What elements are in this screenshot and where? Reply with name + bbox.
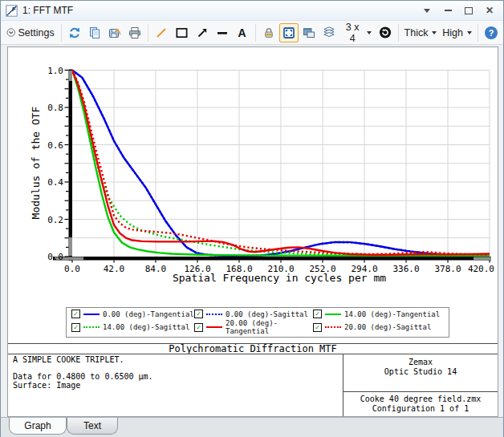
file-cell: Cooke 40 degree field.zmx Configuration … [343,395,498,413]
toolbar-separator [148,24,148,42]
legend-checkbox[interactable]: ✓ [313,323,322,332]
settings-button[interactable]: Settings [3,23,58,42]
rotate-icon [379,26,392,39]
thick-dropdown[interactable]: Thick [402,23,440,42]
brand-line: Optic Studio 14 [343,367,498,377]
minimize-icon [445,10,452,11]
fit-window-button[interactable] [279,23,299,42]
rectangle-icon [175,26,189,40]
toolbar-separator [255,24,256,42]
draw-arrow-button[interactable] [193,23,212,42]
legend-checkbox[interactable]: ✓ [194,310,203,318]
x-axis-handle-right[interactable] [474,257,491,261]
legend-line-sample [83,326,100,328]
x-tick-label: 168.0 [226,264,252,274]
help-button[interactable]: ? [482,23,501,42]
tab-bar: Graph Text [1,417,503,437]
y-tick-label: 1.0 [47,66,63,76]
tab-graph[interactable]: Graph [9,418,67,435]
legend-item[interactable]: ✓0.00 (deg)-Tangential [71,310,194,318]
text-tool-icon: A [238,27,246,38]
x-tick-label: 0.0 [64,264,80,274]
caret-down-icon [367,31,372,34]
lens-note-line: A SIMPLE COOKE TRIPLET. [13,356,153,365]
close-button[interactable]: ✕ [484,5,495,16]
chevron-down-icon [424,9,430,13]
y-axis-handle-bottom[interactable] [69,237,73,256]
legend-label: 20.00 (deg)-Sagittal [344,323,431,331]
legend-item[interactable]: ✓14.00 (deg)-Tangential [313,310,444,318]
caret-down-icon [467,31,472,34]
window-title: 1: FFT MTF [22,5,73,16]
draw-rectangle-button[interactable] [172,23,192,42]
toolbar-separator [478,24,478,42]
help-icon: ? [485,26,498,39]
close-icon: ✕ [486,6,494,15]
footer-divider-bottom [8,354,498,354]
y-axis-bar [69,70,73,261]
y-tick-label: 0.4 [47,177,63,188]
y-tick-label: 0.0 [47,252,63,262]
chart-footer-title: Polychromatic Diffraction MTF [8,343,498,354]
horizontal-line-icon [216,26,229,39]
chart-legend: ✓0.00 (deg)-Tangential✓0.00 (deg)-Sagitt… [66,307,449,338]
clone-window-button[interactable] [299,23,319,42]
tab-text-label: Text [83,420,101,431]
window-controls: ✕ [421,5,498,16]
tab-text[interactable]: Text [67,418,118,435]
maximize-button[interactable] [463,5,474,16]
print-icon [128,26,141,39]
legend-checkbox[interactable]: ✓ [71,310,80,318]
y-axis-handle-top[interactable] [69,71,73,81]
x-tick-label: 210.0 [267,264,294,274]
arrow-icon [196,26,209,39]
grid-size-label: 3 x 4 [343,22,363,44]
mtf-chart: Modulus of the OTF Spatial Frequency in … [8,47,499,304]
legend-item[interactable]: ✓20.00 (deg)-Tangential [194,319,313,335]
caret-down-icon [432,31,437,34]
legend-label: 0.00 (deg)-Tangential [103,310,194,318]
draw-horizontal-line-button[interactable] [213,23,232,42]
legend-item[interactable]: ✓20.00 (deg)-Sagittal [313,319,444,335]
clone-window-icon [303,26,315,39]
refresh-button[interactable] [65,23,84,42]
brand-line: Zemax [343,358,498,367]
lens-note-line: Surface: Image [13,382,153,390]
legend-item[interactable]: ✓14.00 (deg)-Sagittal [71,319,194,335]
legend-checkbox[interactable]: ✓ [71,323,80,332]
minimize-button[interactable] [442,5,453,16]
fft-mtf-window: F 1: FFT MTF ✕ Settings [0,0,504,437]
y-tick-label: 0.8 [47,103,63,113]
legend-checkbox[interactable]: ✓ [313,310,322,318]
legend-line-sample [325,326,341,328]
tab-graph-label: Graph [24,420,51,431]
grid-size-dropdown[interactable]: 3 x 4 [339,23,375,42]
title-bar: F 1: FFT MTF ✕ [1,1,503,21]
draw-line-button[interactable] [152,23,171,42]
overlay-layers-button[interactable] [319,23,339,42]
legend-line-sample [206,326,222,328]
toolbar: Settings [1,21,503,45]
save-button[interactable] [105,23,124,42]
x-axis-bar [53,257,491,261]
high-dropdown[interactable]: High [440,23,474,42]
maximize-icon [465,7,473,14]
print-button[interactable] [125,23,144,42]
x-tick-label: 84.0 [145,264,167,274]
x-tick-label: 294.0 [351,264,377,274]
refresh-icon [68,26,81,39]
legend-line-sample [83,314,100,315]
x-tick-label: 42.0 [104,264,125,274]
draw-text-button[interactable]: A [233,23,252,42]
settings-label: Settings [18,27,54,38]
high-label: High [442,27,463,38]
legend-line-sample [325,314,341,315]
copy-button[interactable] [85,23,104,42]
window-menu-button[interactable] [421,5,433,16]
thick-label: Thick [404,27,429,38]
brand-cell: Zemax Optic Studio 14 [343,358,498,376]
lock-button[interactable] [259,23,278,42]
rotate-button[interactable] [376,23,395,42]
legend-checkbox[interactable]: ✓ [194,323,203,332]
legend-item[interactable]: ✓0.00 (deg)-Sagittal [194,310,313,318]
